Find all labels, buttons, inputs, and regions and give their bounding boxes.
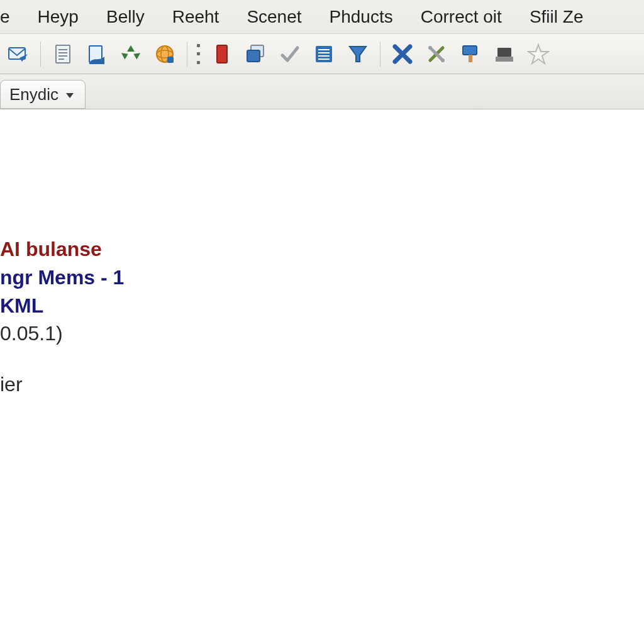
checkmark-icon[interactable] <box>275 40 304 69</box>
toolbar-separator <box>380 42 380 67</box>
menu-item-reeht[interactable]: Reeht <box>158 3 233 31</box>
svg-rect-22 <box>463 46 477 55</box>
content-heading-2: ngr Mems - 1 <box>0 264 644 292</box>
chevron-down-icon <box>66 93 74 98</box>
menu-item-heyp[interactable]: Heyp <box>24 3 92 31</box>
svg-rect-15 <box>316 46 332 62</box>
menu-item-sfiil-ze[interactable]: Sfiil Ze <box>516 3 597 31</box>
page-export-icon[interactable] <box>82 40 111 69</box>
svg-rect-23 <box>469 55 472 62</box>
svg-rect-25 <box>496 57 513 62</box>
mail-send-icon[interactable] <box>4 40 33 69</box>
list-icon[interactable] <box>309 40 338 69</box>
paint-icon[interactable] <box>456 40 485 69</box>
svg-rect-12 <box>217 45 227 63</box>
tab-enydic[interactable]: Enydic <box>0 80 86 109</box>
toolbar-separator <box>40 42 41 67</box>
content-heading-3: KML <box>0 292 644 320</box>
menu-item-phducts[interactable]: Phducts <box>316 3 407 31</box>
close-x-icon[interactable] <box>388 40 417 69</box>
content-text-version: 0.05.1) <box>0 319 644 348</box>
windows-icon[interactable] <box>242 40 270 69</box>
menu-item-scenet[interactable]: Scenet <box>233 3 315 31</box>
toolbar-separator <box>187 42 187 67</box>
menubar: e Heyp Belly Reeht Scenet Phducts Correc… <box>0 0 644 34</box>
grip-icon[interactable] <box>195 42 203 67</box>
menu-item-correct-oit[interactable]: Correct oit <box>407 3 516 31</box>
tab-label: Enydic <box>9 85 58 104</box>
toolbar <box>0 34 644 74</box>
document-icon[interactable] <box>48 40 77 69</box>
svg-rect-11 <box>167 57 174 63</box>
recycle-icon[interactable] <box>116 40 145 69</box>
svg-rect-1 <box>56 45 70 63</box>
svg-point-7 <box>128 52 133 57</box>
content-text-fragment: ier <box>0 370 644 399</box>
content-area: AI bulanse ngr Mems - 1 KML 0.05.1) ier <box>0 109 644 399</box>
device-icon[interactable] <box>490 40 519 69</box>
tab-row: Enydic <box>0 74 644 109</box>
globe-icon[interactable] <box>150 40 179 69</box>
funnel-icon[interactable] <box>343 40 372 69</box>
star-icon[interactable] <box>524 40 553 69</box>
content-heading-1: AI bulanse <box>0 235 644 264</box>
menu-item-belly[interactable]: Belly <box>92 3 158 31</box>
svg-rect-14 <box>247 50 260 62</box>
crossed-tools-icon[interactable] <box>422 40 451 69</box>
svg-point-21 <box>441 58 445 62</box>
svg-rect-24 <box>497 48 511 57</box>
svg-point-20 <box>428 46 432 50</box>
menu-item-e[interactable]: e <box>0 3 24 31</box>
flag-red-icon[interactable] <box>208 40 236 69</box>
